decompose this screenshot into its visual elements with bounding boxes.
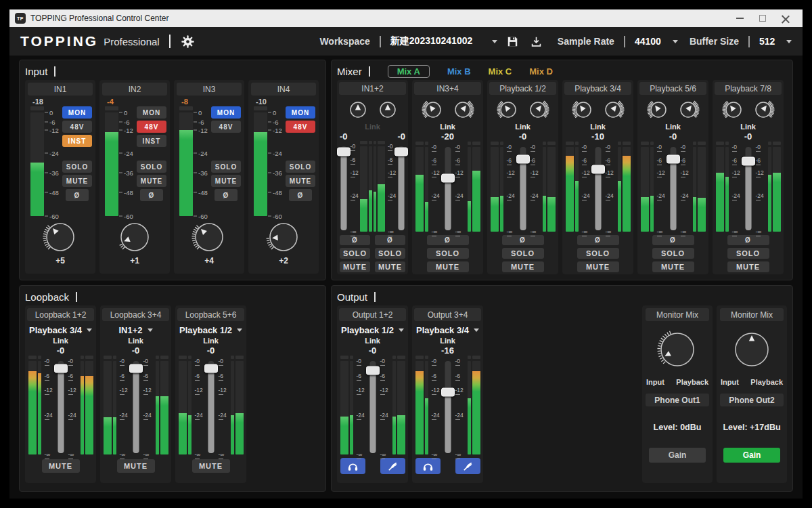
solo-button[interactable]: SOLO (340, 248, 370, 259)
pan-knob-right[interactable] (676, 98, 700, 122)
fader[interactable] (367, 361, 378, 454)
fader[interactable] (206, 361, 217, 454)
mon-button[interactable]: MON (137, 106, 166, 119)
source-select[interactable]: IN1+2 (118, 324, 152, 336)
mon-button[interactable]: MON (211, 106, 241, 119)
48v-button[interactable]: 48V (211, 121, 241, 133)
mute-button[interactable]: MUTE (42, 459, 80, 473)
phase-button[interactable]: Ø (340, 235, 370, 245)
monitor-mix-knob[interactable] (731, 329, 773, 371)
link-label[interactable]: Link (365, 337, 380, 345)
link-label[interactable]: Link (440, 123, 455, 131)
gain-button[interactable]: Gain (723, 448, 780, 463)
fader-handle[interactable] (667, 155, 680, 164)
mute-button[interactable]: MUTE (286, 175, 315, 187)
buffer-size-select[interactable]: 512 (759, 36, 792, 47)
workspace-select[interactable]: 新建202310241002 (390, 35, 497, 47)
monitor-mix-knob[interactable] (656, 329, 698, 371)
link-label[interactable]: Link (203, 337, 219, 345)
mute-button[interactable]: MUTE (727, 261, 769, 272)
link-label[interactable]: Link (590, 123, 606, 131)
solo-button[interactable]: SOLO (137, 161, 166, 173)
headphone-button[interactable] (415, 458, 441, 474)
phase-button[interactable]: Ø (502, 235, 544, 245)
line-out-button[interactable] (455, 458, 480, 474)
phase-button[interactable]: Ø (215, 189, 238, 201)
phase-button[interactable]: Ø (289, 189, 312, 201)
gain-knob[interactable] (42, 219, 78, 255)
inst-button[interactable]: INST (137, 135, 166, 147)
fader[interactable] (593, 147, 604, 232)
settings-button[interactable] (180, 33, 196, 49)
pan-knob-right[interactable] (751, 98, 775, 122)
gain-button[interactable]: Gain (649, 448, 706, 463)
phase-button[interactable]: Ø (577, 235, 619, 245)
48v-button[interactable]: 48V (137, 121, 166, 133)
mute-button[interactable]: MUTE (340, 261, 370, 272)
solo-button[interactable]: SOLO (286, 161, 315, 173)
gain-knob[interactable] (191, 219, 227, 255)
pan-knob-right[interactable] (376, 98, 400, 122)
line-out-button[interactable] (380, 458, 405, 474)
fader-handle[interactable] (204, 364, 218, 373)
fader-handle[interactable] (54, 364, 68, 373)
pan-knob-left[interactable] (496, 98, 520, 122)
pan-knob-left[interactable] (646, 98, 671, 122)
inst-button[interactable]: INST (62, 135, 92, 147)
mute-button[interactable]: MUTE (502, 261, 544, 272)
fader[interactable] (131, 361, 141, 454)
fader-handle[interactable] (129, 364, 143, 373)
link-label[interactable]: Link (128, 337, 143, 345)
pan-knob-left[interactable] (421, 98, 445, 122)
mon-button[interactable]: MON (286, 106, 315, 119)
fader-handle[interactable] (742, 156, 755, 165)
solo-button[interactable]: SOLO (727, 248, 769, 259)
fader[interactable] (518, 147, 528, 232)
solo-button[interactable]: SOLO (652, 248, 694, 259)
fader-handle[interactable] (394, 147, 408, 156)
gain-knob[interactable] (265, 219, 302, 255)
solo-button[interactable]: SOLO (375, 248, 405, 259)
phase-button[interactable]: Ø (427, 235, 469, 245)
fader[interactable] (55, 361, 66, 454)
48v-button[interactable]: 48V (286, 121, 315, 133)
pan-knob-left[interactable] (346, 98, 370, 122)
link-label[interactable]: Link (365, 123, 380, 131)
source-select[interactable]: Playback 3/4 (416, 324, 479, 336)
link-label[interactable]: Link (440, 337, 455, 345)
link-label[interactable]: Link (665, 123, 681, 131)
export-button[interactable] (528, 33, 545, 49)
mute-button[interactable]: MUTE (375, 261, 405, 272)
source-select[interactable]: Playback 1/2 (179, 324, 242, 336)
fader-handle[interactable] (591, 165, 605, 174)
mute-button[interactable]: MUTE (427, 261, 469, 272)
phase-button[interactable]: Ø (652, 235, 694, 245)
mute-button[interactable]: MUTE (211, 175, 241, 187)
solo-button[interactable]: SOLO (211, 161, 241, 173)
pan-knob-left[interactable] (571, 98, 595, 122)
fader-handle[interactable] (366, 366, 380, 375)
fader[interactable] (743, 147, 754, 232)
tab-mix-b[interactable]: Mix B (447, 66, 471, 77)
pan-knob-right[interactable] (601, 98, 625, 122)
fader-handle[interactable] (441, 387, 455, 396)
mute-button[interactable]: MUTE (192, 459, 230, 473)
mute-button[interactable]: MUTE (117, 459, 155, 473)
solo-button[interactable]: SOLO (427, 248, 469, 259)
phase-button[interactable]: Ø (727, 235, 769, 245)
link-label[interactable]: Link (740, 123, 756, 131)
mute-button[interactable]: MUTE (62, 175, 92, 187)
phase-button[interactable]: Ø (140, 189, 163, 201)
mute-button[interactable]: MUTE (652, 261, 694, 272)
minimize-button[interactable] (728, 9, 751, 27)
mon-button[interactable]: MON (62, 106, 92, 119)
solo-button[interactable]: SOLO (577, 248, 619, 259)
save-button[interactable] (505, 33, 521, 49)
fader-left[interactable] (339, 146, 348, 232)
fader[interactable] (668, 147, 679, 232)
close-button[interactable] (774, 9, 797, 27)
source-select[interactable]: Playback 3/4 (29, 324, 92, 336)
fader[interactable] (443, 147, 453, 232)
fader-right[interactable] (397, 146, 406, 232)
solo-button[interactable]: SOLO (502, 248, 544, 259)
